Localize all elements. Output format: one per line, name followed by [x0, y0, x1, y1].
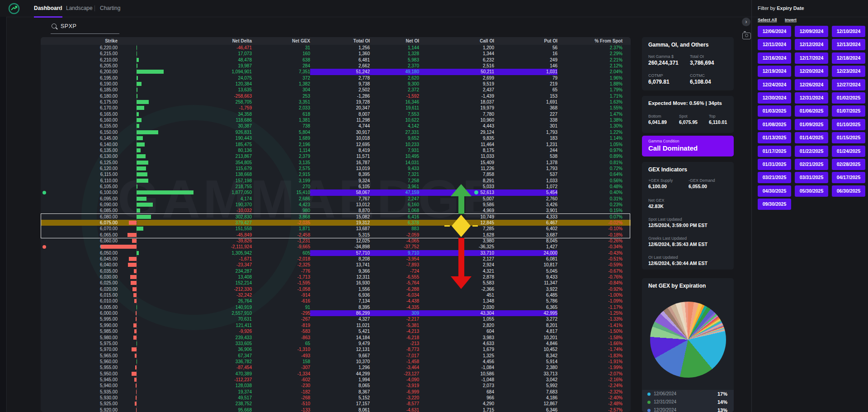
table-row[interactable]: 5,995.00 70,631 -267 4,327 -2,217 1,055 … — [41, 316, 631, 322]
expiry-date-button[interactable]: 01/09/2025 — [795, 119, 828, 130]
table-row[interactable]: 5,960.00 336,782 158 10,370 -1,458 4,456… — [41, 359, 631, 365]
expiry-date-button[interactable]: 01/24/2025 — [832, 146, 865, 157]
table-row[interactable]: 6,210.00 48,478 638 6,481 5,983 6,232 24… — [41, 57, 631, 63]
chevron-right-icon[interactable]: › — [742, 18, 750, 26]
table-row[interactable]: 6,055.00 -2,111,924 -9,665 -34,898 -37,7… — [41, 244, 631, 250]
invert-link[interactable]: Invert — [785, 17, 797, 22]
table-row[interactable]: 6,195.00 24,075 372 2,778 2,620 2,699 79… — [41, 75, 631, 81]
expiry-date-button[interactable]: 04/17/2025 — [832, 172, 865, 183]
table-row[interactable]: 5,935.00 19,374 -182 8,367 -6,999 684 7,… — [41, 389, 631, 395]
table-row[interactable]: 6,180.00 -258,663 253 -1,286 -1,592 -1,4… — [41, 93, 631, 99]
expiry-date-button[interactable]: 01/08/2025 — [758, 119, 791, 130]
table-row[interactable]: 6,165.00 34,358 618 8,007 7,553 7,780 22… — [41, 111, 631, 117]
table-row[interactable]: 6,205.00 19,987 284 2,662 2,370 2,516 14… — [41, 63, 631, 69]
table-row[interactable]: 6,130.00 213,867 2,379 11,571 10,495 11,… — [41, 153, 631, 159]
expiry-date-button[interactable]: 12/18/2024 — [832, 52, 865, 64]
table-row[interactable]: 5,930.00 49,517 -268 5,152 -3,220 966 4,… — [41, 395, 631, 401]
expiry-date-button[interactable]: 12/16/2024 — [758, 52, 791, 64]
table-row[interactable]: 6,145.00 190,443 1,689 10,018 9,652 9,83… — [41, 135, 631, 141]
table-row[interactable]: 6,000.00 2,557,910 -295 86,299 309 43,30… — [41, 310, 631, 316]
table-row[interactable]: 5,950.00 470,389 -1,334 44,299 -23,127 1… — [41, 371, 631, 377]
expiry-date-button[interactable]: 09/30/2025 — [758, 199, 791, 210]
tab-charting[interactable]: Charting — [100, 0, 120, 16]
table-row[interactable]: 6,110.00 157,198 3,199 9,324 7,258 8,291… — [41, 178, 631, 184]
expiry-date-button[interactable]: 12/10/2024 — [832, 26, 865, 37]
table-row[interactable]: 6,160.00 118,686 1,381 11,298 10,622 10,… — [41, 117, 631, 123]
table-row[interactable]: 6,155.00 30,387 738 4,744 4,142 4,443 30… — [41, 123, 631, 129]
tab-dashboard[interactable]: Dashboard — [34, 0, 62, 18]
table-row[interactable]: 6,120.00 115,679 2,575 13,019 9,433 11,2… — [41, 166, 631, 171]
expiry-date-button[interactable]: 01/06/2025 — [795, 105, 828, 117]
table-row[interactable]: 6,060.00 -39,826 -1,231 12,025 -4,065 3,… — [41, 238, 631, 244]
expiry-date-button[interactable]: 06/30/2025 — [832, 185, 865, 197]
table-row[interactable]: 5,975.00 333,605 65 9,479 -213 4,633 4,8… — [41, 341, 631, 346]
expiry-date-button[interactable]: 01/15/2025 — [832, 132, 865, 143]
expiry-date-button[interactable]: 03/21/2025 — [758, 172, 791, 183]
expiry-date-button[interactable]: 12/09/2024 — [795, 26, 828, 37]
table-row[interactable]: 6,040.00 -23,347 -2,325 13,741 -7,893 2,… — [41, 262, 631, 268]
table-row[interactable]: 6,115.00 138,668 2,915 8,395 7,321 7,858… — [41, 171, 631, 177]
table-row[interactable]: 6,095.00 4,174 2,686 7,767 2,247 5,007 2… — [41, 196, 631, 202]
expiry-date-button[interactable]: 12/30/2024 — [758, 92, 791, 104]
table-row[interactable]: 6,150.00 926,831 5,804 30,917 27,331 29,… — [41, 129, 631, 135]
table-row[interactable]: 6,090.00 190,370 4,423 13,012 6,160 9,58… — [41, 202, 631, 208]
table-row[interactable]: 6,025.00 152,214 -1,595 16,930 -5,764 5,… — [41, 280, 631, 286]
table-row[interactable]: 5,990.00 121,411 -819 11,021 -5,381 2,82… — [41, 322, 631, 328]
expiry-date-button[interactable]: 01/17/2025 — [758, 146, 791, 157]
tab-landscape[interactable]: Landscape — [66, 0, 93, 16]
table-row[interactable]: 5,945.00 -112,237 -602 1,994 -4,090 -1,0… — [41, 377, 631, 383]
expiry-date-button[interactable]: 12/20/2024 — [795, 66, 828, 77]
expiry-date-button[interactable]: 12/27/2024 — [832, 79, 865, 90]
expiry-date-button[interactable]: 03/31/2025 — [795, 172, 828, 183]
table-row[interactable]: 6,005.00 140,919 91 8,395 -4,335 2,030 6… — [41, 304, 631, 310]
expiry-date-button[interactable]: 01/02/2025 — [832, 92, 865, 104]
table-row[interactable]: 6,100.00 1,877,050 15,410 58,067 47,159 … — [41, 189, 631, 195]
table-row[interactable]: 5,925.00 238,752 -510 17,157 -8,577 4,29… — [41, 401, 631, 407]
table-row[interactable]: 6,140.00 185,475 2,196 12,695 10,233 11,… — [41, 142, 631, 147]
expiry-date-button[interactable]: 05/30/2025 — [795, 185, 828, 197]
expiry-date-button[interactable]: 01/22/2025 — [795, 146, 828, 157]
table-row[interactable]: 5,970.00 36,906 -1,310 12,131 -8,773 1,6… — [41, 346, 631, 352]
table-row[interactable]: 5,955.00 -87,454 -307 1,296 -3,464 -1,08… — [41, 365, 631, 370]
expiry-date-button[interactable]: 12/13/2024 — [832, 39, 865, 50]
expiry-date-button[interactable]: 12/12/2024 — [795, 39, 828, 50]
table-row[interactable]: 5,965.00 67,347 -493 9,667 -7,017 1,325 … — [41, 353, 631, 359]
table-row[interactable]: 5,980.00 239,433 -863 14,184 -6,218 3,98… — [41, 335, 631, 341]
table-row[interactable]: 6,050.00 1,305,942 605 57,710 9,710 33,7… — [41, 250, 631, 256]
expiry-date-button[interactable]: 01/13/2025 — [758, 132, 791, 143]
expiry-date-button[interactable]: 01/14/2025 — [795, 132, 828, 143]
table-row[interactable]: 6,185.00 13,635 304 2,502 2,372 2,437 65… — [41, 87, 631, 93]
table-row[interactable]: 6,170.00 -1,759 2,033 20,347 19,611 19,9… — [41, 105, 631, 111]
table-row[interactable]: 6,200.00 1,094,901 7,351 51,242 49,180 5… — [41, 69, 631, 75]
expiry-date-button[interactable]: 12/24/2024 — [758, 79, 791, 90]
table-row[interactable]: 5,940.00 128,038 -230 8,065 -3,919 2,073… — [41, 383, 631, 388]
table-row[interactable]: 6,175.00 258,705 3,351 19,728 16,346 18,… — [41, 99, 631, 105]
select-all-link[interactable]: Select All — [758, 17, 777, 22]
expiry-date-button[interactable]: 02/28/2025 — [832, 159, 865, 170]
expiry-date-button[interactable]: 12/31/2024 — [795, 92, 828, 104]
expiry-date-button[interactable]: 12/26/2024 — [795, 79, 828, 90]
expiry-date-button[interactable]: 02/21/2025 — [795, 159, 828, 170]
table-row[interactable]: 5,920.00 95,668 -133 8,061 -4,631 1,715 … — [41, 407, 631, 412]
table-row[interactable]: 6,125.00 354,805 3,135 16,787 14,031 15,… — [41, 160, 631, 166]
expiry-date-button[interactable]: 12/06/2024 — [758, 26, 791, 37]
table-row[interactable]: 6,045.00 -1,671 -2,018 8,208 -3,954 2,12… — [41, 256, 631, 262]
expiry-date-button[interactable]: 04/30/2025 — [758, 185, 791, 197]
table-row[interactable]: 6,190.00 120,384 1,382 9,738 9,300 9,519… — [41, 81, 631, 87]
table-row[interactable]: 6,015.00 -32,242 -914 6,936 -6,034 451 6… — [41, 292, 631, 298]
table-row[interactable]: 6,220.00 -46,471 31 1,256 1,144 1,200 56… — [41, 45, 631, 51]
table-row[interactable]: 6,105.00 218,755 270 6,105 3,961 5,033 1… — [41, 184, 631, 189]
table-row[interactable]: 6,020.00 -212,330 -1,058 1,556 -6,288 -2… — [41, 286, 631, 292]
expiry-date-button[interactable]: 01/03/2025 — [758, 105, 791, 117]
expiry-date-button[interactable]: 12/11/2024 — [758, 39, 791, 50]
table-row[interactable]: 6,030.00 13,408 -1,713 12,311 -6,555 2,8… — [41, 274, 631, 280]
expiry-date-button[interactable]: 01/07/2025 — [832, 105, 865, 117]
table-row[interactable]: 6,135.00 80,136 1,114 8,419 7,931 8,175 … — [41, 147, 631, 153]
table-row[interactable]: 5,985.00 -9,926 -583 5,421 -4,213 604 4,… — [41, 328, 631, 334]
expiry-date-button[interactable]: 01/31/2025 — [758, 159, 791, 170]
table-row[interactable]: 6,010.00 26,764 -616 7,134 -4,438 1,348 … — [41, 298, 631, 304]
expiry-date-button[interactable]: 12/17/2024 — [795, 52, 828, 64]
expiry-date-button[interactable]: 01/10/2025 — [832, 119, 865, 130]
ticker-search-input[interactable]: SPXP — [51, 21, 119, 34]
expiry-date-button[interactable]: 12/19/2024 — [758, 66, 791, 77]
